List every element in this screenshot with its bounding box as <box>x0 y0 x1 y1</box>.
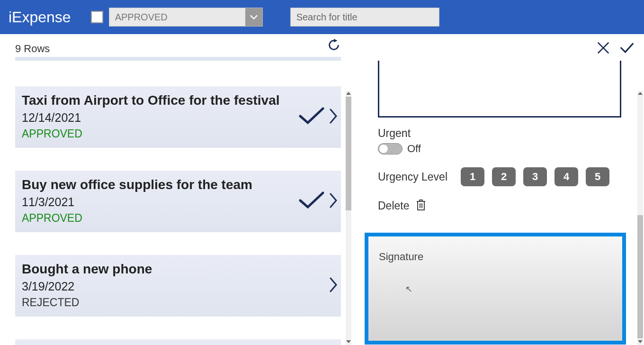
check-icon <box>297 107 326 127</box>
toggle-knob <box>379 144 388 154</box>
scrollbar-thumb[interactable] <box>346 97 351 210</box>
rows-bar: 9 Rows <box>15 34 341 61</box>
urgency-level-3[interactable]: 3 <box>523 167 547 186</box>
list-scrollbar[interactable] <box>346 91 351 345</box>
list-item[interactable]: Taxi from Airport to Office for the fest… <box>15 86 341 148</box>
cursor-icon: ↖ <box>405 284 412 294</box>
item-title: Bought a new phone <box>22 262 332 277</box>
list-item[interactable]: Cab ride to client meeting <box>15 339 341 345</box>
panel-topbar <box>378 37 635 61</box>
scroll-down-icon <box>346 340 351 343</box>
chevron-right-icon[interactable] <box>329 108 338 127</box>
delete-label: Delete <box>378 200 409 212</box>
chevron-right-icon[interactable] <box>329 192 338 211</box>
urgency-level-buttons: 12345 <box>461 167 609 186</box>
signature-label: Signature <box>379 251 612 263</box>
item-title: Buy new office supplies for the team <box>22 177 332 192</box>
close-button[interactable] <box>596 41 611 56</box>
item-date: 11/3/2021 <box>22 195 332 209</box>
item-actions <box>297 191 338 212</box>
detail-panel: Urgent Off Urgency Level 12345 Delete <box>354 34 644 345</box>
chevron-down-icon <box>245 8 262 26</box>
filter-checkbox[interactable] <box>91 11 103 23</box>
item-date: 3/19/2022 <box>22 280 332 293</box>
list-item[interactable]: Buy new office supplies for the team11/3… <box>15 171 341 232</box>
detail-scrollbar[interactable] <box>637 91 643 345</box>
scroll-up-icon <box>638 92 643 95</box>
expense-list: Taxi from Airport to Office for the fest… <box>15 86 341 345</box>
urgent-toggle-state: Off <box>407 143 421 155</box>
notes-textarea[interactable] <box>378 61 621 118</box>
urgency-level-2[interactable]: 2 <box>492 167 516 186</box>
search-input[interactable] <box>290 8 439 27</box>
scroll-up-icon <box>346 92 351 95</box>
refresh-button[interactable] <box>327 38 341 54</box>
urgency-level-label: Urgency Level <box>378 171 447 183</box>
urgent-field: Urgent Off <box>378 127 626 155</box>
urgency-level-4[interactable]: 4 <box>555 167 578 186</box>
item-status: APPROVED <box>22 127 332 140</box>
app-title: iExpense <box>9 9 71 26</box>
urgent-toggle[interactable] <box>378 143 402 154</box>
check-icon <box>297 191 326 212</box>
item-date: 12/14/2021 <box>22 111 332 125</box>
expense-list-panel: 9 Rows Taxi from Airport to Office for t… <box>0 34 354 345</box>
chevron-right-icon[interactable] <box>329 276 338 295</box>
signature-panel[interactable]: Signature ↖ <box>365 233 626 345</box>
confirm-button[interactable] <box>619 41 635 56</box>
urgency-level-row: Urgency Level 12345 <box>378 167 626 186</box>
urgency-level-5[interactable]: 5 <box>586 167 609 186</box>
status-filter-value: APPROVED <box>109 12 173 23</box>
main-area: 9 Rows Taxi from Airport to Office for t… <box>0 34 644 345</box>
scrollbar-thumb[interactable] <box>637 215 643 338</box>
delete-row: Delete <box>378 199 626 213</box>
app-header: iExpense APPROVED <box>0 0 644 34</box>
status-filter-select[interactable]: APPROVED <box>109 8 263 27</box>
list-item[interactable]: Bought a new phone3/19/2022REJECTED <box>15 255 341 317</box>
trash-icon[interactable] <box>416 199 426 213</box>
rows-count-label: 9 Rows <box>15 43 50 57</box>
urgent-toggle-row: Off <box>378 143 626 155</box>
detail-body: Urgent Off Urgency Level 12345 Delete <box>378 61 635 345</box>
urgent-label: Urgent <box>378 127 626 140</box>
item-status: APPROVED <box>22 212 332 225</box>
item-title: Taxi from Airport to Office for the fest… <box>22 93 332 108</box>
scroll-down-icon <box>638 340 643 343</box>
item-status: REJECTED <box>22 296 332 309</box>
item-actions <box>297 107 338 127</box>
urgency-level-1[interactable]: 1 <box>461 167 484 186</box>
item-actions <box>329 276 338 295</box>
